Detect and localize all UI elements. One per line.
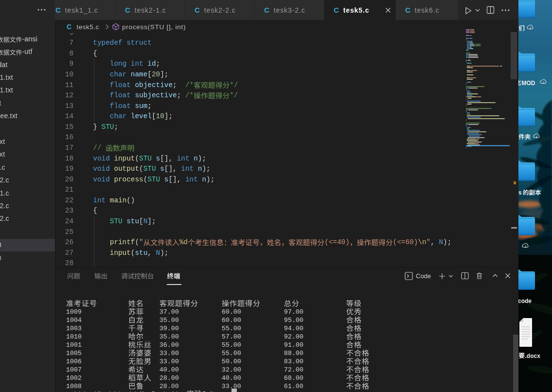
svg-text:MOD: MOD bbox=[522, 80, 535, 87]
svg-text:s: s bbox=[518, 189, 522, 196]
svg-text:code: code bbox=[518, 298, 532, 304]
svg-text:.docx: .docx bbox=[525, 353, 541, 359]
